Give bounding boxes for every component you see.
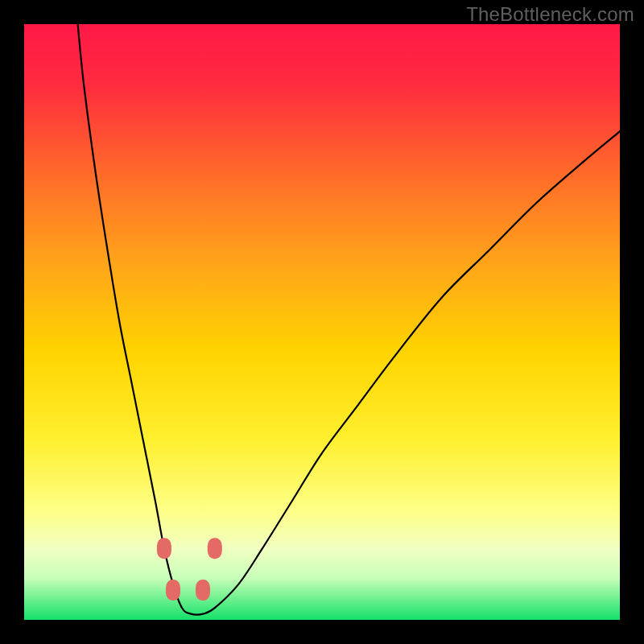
threshold-marker — [208, 538, 222, 559]
gradient-bg — [24, 24, 620, 620]
watermark-text: TheBottleneck.com — [466, 3, 634, 26]
chart-frame — [24, 24, 620, 620]
threshold-marker — [166, 580, 180, 601]
threshold-marker — [196, 580, 210, 601]
threshold-marker — [157, 538, 171, 559]
bottleneck-chart — [24, 24, 620, 620]
